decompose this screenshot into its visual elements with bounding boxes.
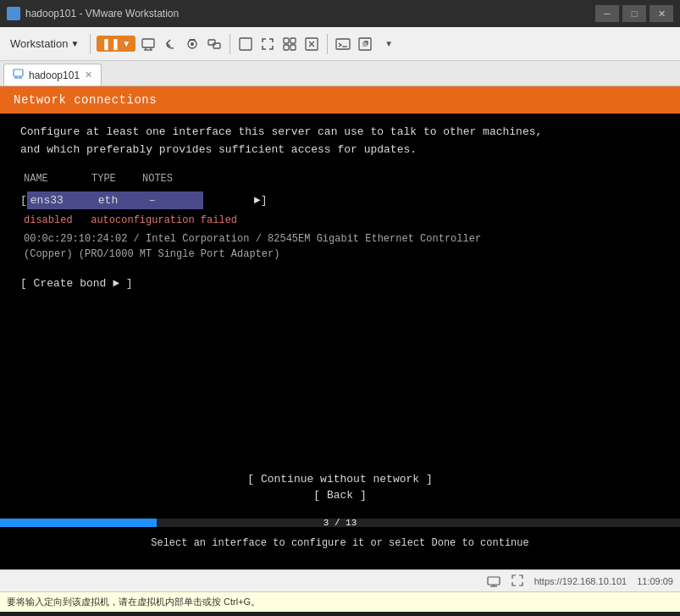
workstation-label: Workstation <box>10 37 68 50</box>
toolbar-sep-2 <box>229 34 230 54</box>
svg-rect-11 <box>213 43 220 48</box>
device-info-text1: 00:0c:29:10:24:02 / Intel Corporation / … <box>24 233 481 245</box>
device-info-text2: (Copper) (PRO/1000 MT Single Port Adapte… <box>24 248 279 260</box>
status-bar: https://192.168.10.101 11:09:09 <box>0 569 680 591</box>
fullscreen-button[interactable] <box>258 35 277 53</box>
window-title: hadoop101 - VMware Workstation <box>25 8 179 19</box>
vm-description: Configure at least one interface this se… <box>20 124 660 159</box>
titlebar-left: hadoop101 - VMware Workstation <box>7 7 179 20</box>
back-button[interactable]: [ Back ] <box>313 489 366 502</box>
missing-icon[interactable] <box>302 35 321 53</box>
progress-label: 3 / 13 <box>323 518 357 528</box>
svg-rect-15 <box>284 45 289 50</box>
extra-button[interactable]: ▼ <box>379 35 398 53</box>
svg-point-9 <box>191 42 194 46</box>
vm-screen[interactable]: Network connections Configure at least o… <box>0 86 680 569</box>
vm-header-text: Network connections <box>14 93 157 107</box>
toolbar: Workstation ▼ ❚❚ ▼ ▼ <box>0 27 680 61</box>
disabled-reason: autoconfiguration failed <box>91 214 237 226</box>
create-bond-label: [ Create bond ► ] <box>20 277 133 290</box>
col-header-type: TYPE <box>91 171 142 186</box>
toolbar-sep-3 <box>327 34 328 54</box>
app-icon <box>7 7 20 20</box>
workstation-menu[interactable]: Workstation ▼ <box>5 35 84 53</box>
interface-table: NAME TYPE NOTES [ ens33 eth – ► ] disabl… <box>20 171 660 263</box>
selected-interface-label: ens33 eth – <box>27 191 203 210</box>
svg-rect-4 <box>142 39 154 47</box>
pause-button[interactable]: ❚❚ ▼ <box>97 36 135 52</box>
close-button[interactable]: ✕ <box>650 5 673 22</box>
svg-rect-20 <box>336 39 350 49</box>
enter-full-view-button[interactable] <box>356 35 374 53</box>
create-bond-button[interactable]: [ Create bond ► ] <box>20 275 660 292</box>
footer-text: 要将输入定向到该虚拟机，请在虚拟机内部单击或按 Ctrl+G。 <box>7 596 260 608</box>
svg-rect-23 <box>14 69 23 76</box>
snapshot-manager-button[interactable] <box>205 35 224 53</box>
col-header-name: NAME <box>24 171 91 186</box>
status-url: https://192.168.10.101 <box>534 576 627 586</box>
continue-without-network-button[interactable]: [ Continue without network ] <box>247 473 432 486</box>
svg-rect-10 <box>208 40 215 45</box>
fullscreen-icon <box>511 574 524 589</box>
interface-row-ens33[interactable]: [ ens33 eth – ► ] <box>20 190 660 212</box>
svg-rect-13 <box>284 38 289 43</box>
svg-rect-0 <box>8 8 19 16</box>
footer-bar: 要将输入定向到该虚拟机，请在虚拟机内部单击或按 Ctrl+G。 <box>0 591 680 612</box>
tab-vm-icon <box>13 69 24 82</box>
console-view-button[interactable] <box>334 35 352 53</box>
progress-text: 3 / 13 <box>0 519 680 527</box>
status-label: Select an interface to configure it or s… <box>151 537 528 549</box>
interface-type: eth <box>98 192 149 209</box>
back-label: [ Back ] <box>313 489 366 502</box>
send-ctrl-alt-del-button[interactable] <box>139 35 158 53</box>
interface-disabled-status: disabled autoconfiguration failed <box>20 213 660 228</box>
svg-rect-14 <box>290 38 296 43</box>
tab-close-button[interactable]: ✕ <box>85 69 92 80</box>
window-controls: ─ □ ✕ <box>595 5 673 22</box>
vm-bottom-buttons: [ Continue without network ] [ Back ] <box>0 473 680 502</box>
unity-button[interactable] <box>280 35 299 53</box>
interface-arrow-icon: ► <box>254 192 261 209</box>
normal-view-button[interactable] <box>236 35 255 53</box>
svg-rect-12 <box>240 38 252 50</box>
svg-rect-16 <box>290 45 296 50</box>
vm-status-text: Select an interface to configure it or s… <box>0 534 680 552</box>
vm-description-line1: Configure at least one interface this se… <box>20 125 542 138</box>
tab-label: hadoop101 <box>29 69 80 81</box>
interface-name: ens33 <box>30 192 98 209</box>
pause-icon: ❚❚ <box>102 37 120 50</box>
pause-dropdown-icon: ▼ <box>122 39 130 48</box>
workstation-dropdown-icon: ▼ <box>70 39 79 48</box>
vm-content-area: Configure at least one interface this se… <box>0 114 680 302</box>
titlebar: hadoop101 - VMware Workstation ─ □ ✕ <box>0 0 680 27</box>
tab-bar: hadoop101 ✕ <box>0 61 680 86</box>
interface-notes: – <box>149 192 200 209</box>
revert-button[interactable] <box>161 35 180 53</box>
device-info: 00:0c:29:10:24:02 / Intel Corporation / … <box>20 231 660 262</box>
toolbar-sep-1 <box>90 34 91 54</box>
vm-section-header: Network connections <box>0 86 680 114</box>
continue-label: [ Continue without network ] <box>247 473 432 486</box>
svg-rect-27 <box>488 577 500 585</box>
col-header-notes: NOTES <box>142 171 193 186</box>
restore-button[interactable]: □ <box>622 5 646 22</box>
status-time: 11:09:09 <box>637 576 673 586</box>
disabled-label: disabled <box>24 214 73 226</box>
minimize-button[interactable]: ─ <box>595 5 619 22</box>
vm-tab-hadoop101[interactable]: hadoop101 ✕ <box>3 64 102 86</box>
vm-description-line2: and which preferably provides sufficient… <box>20 143 417 156</box>
snapshot-button[interactable] <box>183 35 202 53</box>
extra-dropdown-icon: ▼ <box>384 39 393 48</box>
network-icon <box>487 574 500 589</box>
